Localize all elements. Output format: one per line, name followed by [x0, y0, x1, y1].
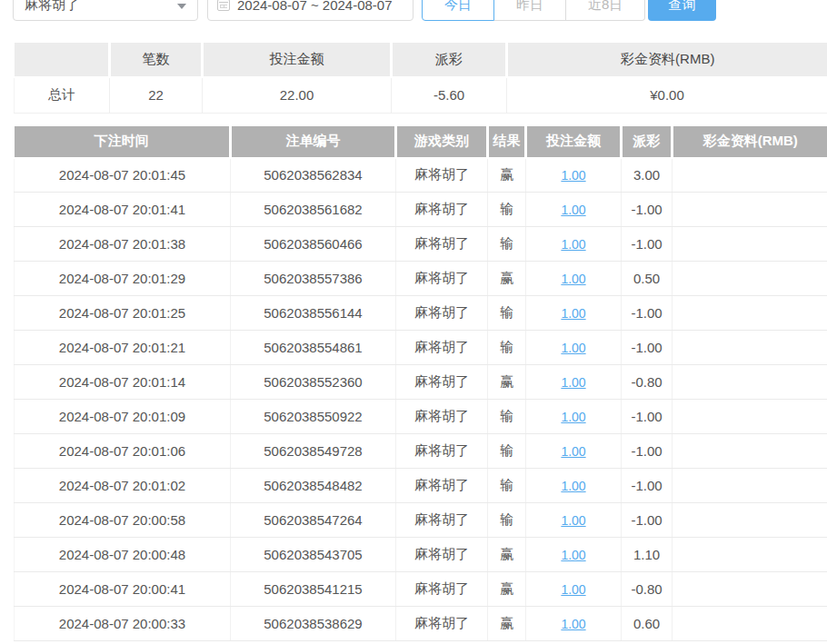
bet-amount-cell: 1.00 [526, 331, 622, 365]
last-8-days-button[interactable]: 近8日 [566, 0, 645, 21]
records-header-result: 结果 [488, 126, 526, 158]
bet-result: 输 [488, 227, 526, 262]
bet-amount-link[interactable]: 1.00 [561, 375, 585, 390]
bet-result: 赢 [488, 365, 526, 400]
bet-time: 2024-08-07 20:00:58 [15, 503, 231, 538]
record-row: 2024-08-07 20:01:38 5062038560466 麻将胡了 输… [15, 227, 827, 262]
bet-id: 5062038543705 [231, 538, 396, 572]
betting-records-page: 麻将胡了 2024-08-07 ~ 2024-08-07 今日 昨日 近8日 查… [0, 0, 827, 644]
today-button[interactable]: 今日 [422, 0, 494, 21]
bet-amount-link[interactable]: 1.00 [561, 548, 585, 562]
bet-id: 5062038549728 [231, 434, 396, 469]
game-type-select[interactable]: 麻将胡了 [13, 0, 198, 21]
bet-id: 5062038547264 [231, 503, 396, 538]
record-row: 2024-08-07 20:01:41 5062038561682 麻将胡了 输… [15, 193, 827, 227]
bet-amount-link[interactable]: 1.00 [561, 272, 585, 286]
bet-amount-cell: 1.00 [526, 296, 622, 331]
bet-amount-link[interactable]: 1.00 [561, 168, 585, 183]
bet-time: 2024-08-07 20:00:48 [15, 538, 231, 572]
bet-amount-link[interactable]: 1.00 [561, 306, 585, 321]
bet-id: 5062038554861 [231, 331, 396, 365]
game-type-selected-value: 麻将胡了 [25, 0, 79, 14]
bet-id: 5062038548482 [231, 469, 396, 503]
bet-amount-cell: 1.00 [526, 572, 622, 607]
bet-time: 2024-08-07 20:01:29 [15, 262, 231, 296]
game-type: 麻将胡了 [396, 607, 488, 641]
bet-amount-link[interactable]: 1.00 [561, 479, 585, 493]
payout-value: -1.00 [622, 434, 673, 469]
summary-total-bonus: ¥0.00 [507, 77, 827, 113]
bet-amount-link[interactable]: 1.00 [561, 513, 585, 528]
summary-header-bet-amount: 投注金额 [203, 43, 392, 77]
record-row: 2024-08-07 20:01:02 5062038548482 麻将胡了 输… [15, 469, 827, 503]
bet-amount-link[interactable]: 1.00 [561, 444, 585, 459]
payout-value: 0.50 [622, 262, 673, 296]
bet-amount-link[interactable]: 1.00 [561, 410, 585, 424]
bet-time: 2024-08-07 20:01:14 [15, 365, 231, 400]
payout-value: -1.00 [622, 227, 673, 262]
bet-amount-cell: 1.00 [526, 365, 622, 400]
record-row: 2024-08-07 20:01:14 5062038552360 麻将胡了 赢… [15, 365, 827, 400]
bet-id: 5062038541215 [231, 572, 396, 607]
summary-total-count: 22 [110, 77, 203, 113]
bet-result: 赢 [488, 158, 526, 193]
bet-amount-cell: 1.00 [526, 158, 622, 193]
game-type: 麻将胡了 [396, 158, 488, 193]
bet-amount-link[interactable]: 1.00 [561, 203, 585, 217]
game-type: 麻将胡了 [396, 469, 488, 503]
bonus-value [673, 296, 827, 331]
record-row: 2024-08-07 20:00:41 5062038541215 麻将胡了 赢… [15, 572, 827, 607]
date-range-picker[interactable]: 2024-08-07 ~ 2024-08-07 [207, 0, 414, 21]
bonus-value [673, 538, 827, 572]
payout-value: -1.00 [622, 193, 673, 227]
bonus-value [673, 262, 827, 296]
bet-amount-cell: 1.00 [526, 538, 622, 572]
bonus-value [673, 227, 827, 262]
bonus-value [673, 434, 827, 469]
payout-value: 0.60 [622, 607, 673, 641]
payout-value: -1.00 [622, 469, 673, 503]
bet-amount-cell: 1.00 [526, 503, 622, 538]
summary-total-payout: -5.60 [392, 77, 507, 113]
yesterday-button[interactable]: 昨日 [494, 0, 566, 21]
record-row: 2024-08-07 20:01:06 5062038549728 麻将胡了 输… [15, 434, 827, 469]
records-header-payout: 派彩 [622, 126, 673, 158]
bet-amount-link[interactable]: 1.00 [561, 582, 585, 597]
bet-time: 2024-08-07 20:00:33 [15, 607, 231, 641]
bet-time: 2024-08-07 20:01:41 [15, 193, 231, 227]
bet-result: 赢 [488, 607, 526, 641]
bet-time: 2024-08-07 20:01:25 [15, 296, 231, 331]
bet-time: 2024-08-07 20:00:41 [15, 572, 231, 607]
record-row: 2024-08-07 20:01:25 5062038556144 麻将胡了 输… [15, 296, 827, 331]
bet-amount-cell: 1.00 [526, 607, 622, 641]
bet-result: 输 [488, 296, 526, 331]
records-header-bet-id: 注单编号 [231, 126, 396, 158]
game-type: 麻将胡了 [396, 365, 488, 400]
payout-value: -1.00 [622, 331, 673, 365]
payout-value: -1.00 [622, 400, 673, 434]
bonus-value [673, 193, 827, 227]
game-type: 麻将胡了 [396, 193, 488, 227]
bet-amount-link[interactable]: 1.00 [561, 617, 585, 631]
bet-id: 5062038550922 [231, 400, 396, 434]
bet-id: 5062038560466 [231, 227, 396, 262]
bet-amount-cell: 1.00 [526, 193, 622, 227]
bet-amount-link[interactable]: 1.00 [561, 341, 585, 355]
query-button[interactable]: 查询 [648, 0, 716, 21]
record-row: 2024-08-07 20:00:58 5062038547264 麻将胡了 输… [15, 503, 827, 538]
bet-time: 2024-08-07 20:01:38 [15, 227, 231, 262]
record-row: 2024-08-07 20:00:48 5062038543705 麻将胡了 赢… [15, 538, 827, 572]
bet-result: 输 [488, 503, 526, 538]
game-type: 麻将胡了 [396, 262, 488, 296]
bet-amount-link[interactable]: 1.00 [561, 237, 585, 252]
bet-time: 2024-08-07 20:01:45 [15, 158, 231, 193]
summary-header-empty [15, 43, 110, 77]
records-table: 下注时间 注单编号 游戏类别 结果 投注金额 派彩 彩金资料(RMB) 2024… [14, 126, 827, 642]
record-row: 2024-08-07 20:01:09 5062038550922 麻将胡了 输… [15, 400, 827, 434]
game-type: 麻将胡了 [396, 227, 488, 262]
quick-date-button-group: 今日 昨日 近8日 [422, 0, 645, 21]
records-header-game-type: 游戏类别 [396, 126, 488, 158]
bonus-value [673, 607, 827, 641]
bet-result: 赢 [488, 538, 526, 572]
bet-result: 输 [488, 331, 526, 365]
